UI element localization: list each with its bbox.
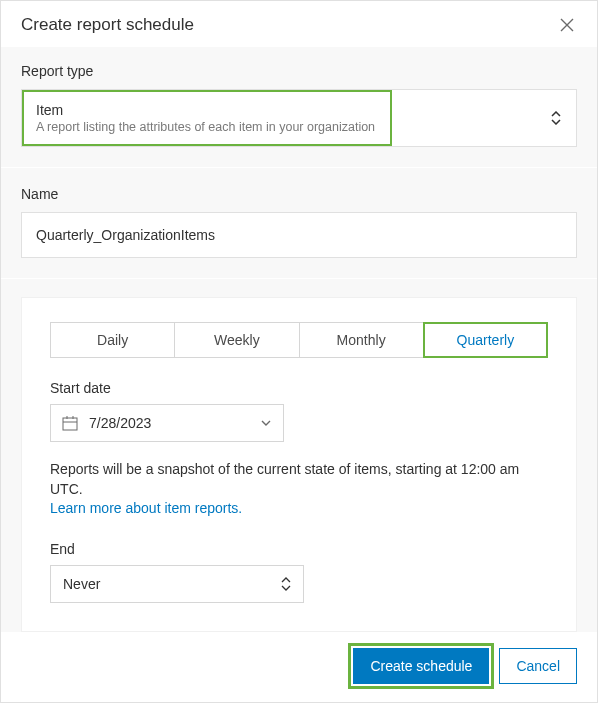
- calendar-icon: [61, 414, 79, 432]
- end-value: Never: [63, 576, 100, 592]
- close-icon: [559, 17, 575, 33]
- start-date-label: Start date: [50, 380, 548, 396]
- report-type-selected-desc: A report listing the attributes of each …: [36, 120, 378, 134]
- tab-quarterly[interactable]: Quarterly: [424, 323, 547, 357]
- modal-footer: Create schedule Cancel: [1, 632, 597, 702]
- cancel-button[interactable]: Cancel: [499, 648, 577, 684]
- tab-weekly[interactable]: Weekly: [175, 323, 299, 357]
- modal-title: Create report schedule: [21, 15, 194, 35]
- frequency-tabs: DailyWeeklyMonthlyQuarterly: [50, 322, 548, 358]
- tab-monthly[interactable]: Monthly: [300, 323, 424, 357]
- info-block: Reports will be a snapshot of the curren…: [50, 460, 548, 519]
- create-report-schedule-modal: Create report schedule Report type Item …: [0, 0, 598, 703]
- name-label: Name: [21, 186, 577, 202]
- start-date-picker[interactable]: 7/28/2023: [50, 404, 284, 442]
- chevron-down-icon: [259, 416, 273, 430]
- create-schedule-button[interactable]: Create schedule: [353, 648, 489, 684]
- name-section: Name: [1, 168, 597, 278]
- schedule-card: DailyWeeklyMonthlyQuarterly Start date 7…: [21, 297, 577, 632]
- learn-more-link[interactable]: Learn more about item reports.: [50, 500, 242, 516]
- name-input[interactable]: [21, 212, 577, 258]
- tab-daily[interactable]: Daily: [51, 323, 175, 357]
- end-select[interactable]: Never: [50, 565, 304, 603]
- end-label: End: [50, 541, 548, 557]
- report-type-label: Report type: [21, 63, 577, 79]
- report-type-highlight: Item A report listing the attributes of …: [22, 90, 392, 146]
- svg-rect-0: [63, 418, 77, 430]
- info-text: Reports will be a snapshot of the curren…: [50, 461, 519, 497]
- select-sort-icon: [281, 577, 291, 591]
- select-chevron-icon: [550, 111, 562, 125]
- report-type-section: Report type Item A report listing the at…: [1, 47, 597, 167]
- start-date-value: 7/28/2023: [89, 415, 151, 431]
- modal-header: Create report schedule: [1, 1, 597, 47]
- report-type-select[interactable]: Item A report listing the attributes of …: [21, 89, 577, 147]
- close-button[interactable]: [557, 15, 577, 35]
- schedule-section: DailyWeeklyMonthlyQuarterly Start date 7…: [1, 279, 597, 632]
- report-type-selected-title: Item: [36, 102, 378, 118]
